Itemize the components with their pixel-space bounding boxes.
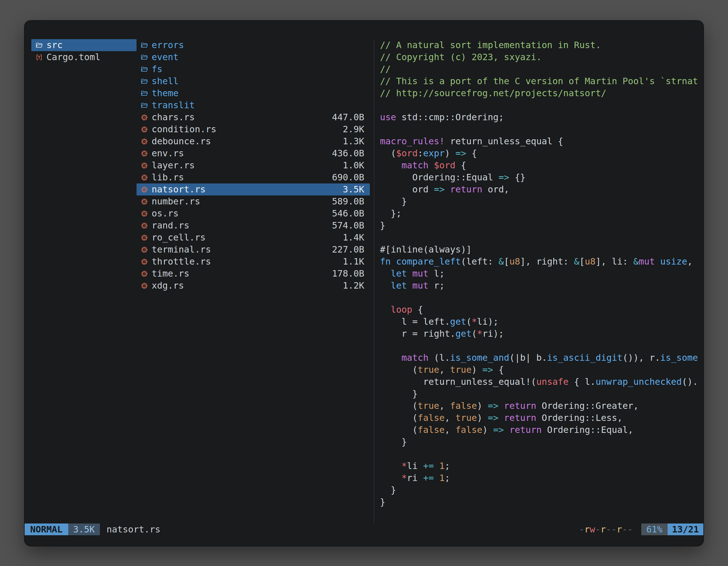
item-label: fs [152, 63, 163, 75]
item-size: 1.0K [343, 159, 364, 172]
file-item-Cargo.toml[interactable]: Cargo.toml [31, 51, 137, 63]
status-spacer [160, 523, 579, 535]
scroll-percentage-badge: 61% [641, 523, 668, 535]
rust-icon [140, 246, 148, 254]
code-line: // Copyright (c) 2023, sxyazi. [380, 51, 699, 63]
file-item-layer.rs[interactable]: layer.rs1.0K [137, 159, 370, 172]
file-item-terminal.rs[interactable]: terminal.rs227.0B [137, 244, 370, 256]
item-size: 1.3K [343, 135, 364, 147]
item-size: 690.0B [332, 172, 364, 184]
item-label: errors [152, 39, 184, 51]
item-size: 589.0B [332, 196, 364, 208]
file-item-os.rs[interactable]: os.rs546.0B [137, 208, 370, 220]
item-label: translit [152, 99, 195, 111]
item-label: condition.rs [152, 123, 216, 135]
rust-icon [140, 174, 148, 181]
item-label: lib.rs [152, 172, 184, 184]
cursor-position-badge: 13/21 [668, 523, 703, 535]
dir-item-translit[interactable]: translit [137, 99, 370, 111]
item-size: 1.4K [343, 232, 364, 244]
preview-pane: // A natural sort implementation in Rust… [374, 39, 699, 523]
toml-icon [35, 53, 43, 61]
code-line [380, 232, 699, 244]
rust-icon [140, 222, 148, 229]
item-label: shell [152, 75, 179, 87]
code-line [380, 340, 699, 352]
code-line: *li += 1; [380, 460, 699, 472]
rust-icon [140, 186, 148, 193]
item-label: throttle.rs [152, 256, 211, 268]
item-label: time.rs [152, 268, 189, 280]
file-item-xdg.rs[interactable]: xdg.rs1.2K [137, 280, 370, 292]
item-size: 546.0B [332, 208, 364, 220]
item-label: theme [152, 87, 179, 99]
folder-icon [140, 53, 148, 61]
rust-icon [140, 258, 148, 266]
rust-icon [140, 150, 148, 157]
item-label: xdg.rs [152, 280, 184, 292]
code-line: use std::cmp::Ordering; [380, 111, 699, 123]
item-label: chars.rs [152, 111, 195, 123]
code-line: (false, false) => return Ordering::Equal… [380, 424, 699, 436]
code-line: (false, true) => return Ordering::Less, [380, 412, 699, 424]
file-item-debounce.rs[interactable]: debounce.rs1.3K [137, 135, 370, 147]
code-line: l = left.get(*li); [380, 316, 699, 328]
rust-icon [140, 162, 148, 169]
code-line: // http://sourcefrog.net/projects/natsor… [380, 87, 699, 99]
terminal-window: srcCargo.toml errorseventfsshellthemetra… [25, 21, 703, 546]
code-line: } [380, 496, 699, 508]
item-size: 2.9K [343, 123, 364, 135]
folder-open-icon [35, 41, 43, 49]
dir-item-shell[interactable]: shell [137, 75, 370, 87]
file-item-rand.rs[interactable]: rand.rs574.0B [137, 220, 370, 232]
code-line: match (l.is_some_and(|b| b.is_ascii_digi… [380, 352, 699, 364]
status-bar: NORMAL 3.5K natsort.rs -rw-r--r-- 61% 13… [25, 523, 703, 535]
rust-icon [140, 114, 148, 121]
code-line: (true, true) => { [380, 364, 699, 376]
code-line: // A natural sort implementation in Rust… [380, 39, 699, 51]
rust-icon [140, 126, 148, 133]
dir-item-errors[interactable]: errors [137, 39, 370, 51]
item-label: debounce.rs [152, 135, 211, 147]
mode-indicator: NORMAL [25, 523, 68, 535]
item-label: number.rs [152, 196, 200, 208]
parent-pane: srcCargo.toml [31, 39, 137, 523]
code-line: let mut r; [380, 280, 699, 292]
dir-item-fs[interactable]: fs [137, 63, 370, 75]
item-label: layer.rs [152, 159, 195, 172]
file-item-time.rs[interactable]: time.rs178.0B [137, 268, 370, 280]
code-line: } [380, 220, 699, 232]
item-label: event [152, 51, 179, 63]
code-line: *ri += 1; [380, 472, 699, 484]
code-line: fn compare_left(left: &[u8], right: &[u8… [380, 256, 699, 268]
item-label: ro_cell.rs [152, 232, 206, 244]
code-line [380, 99, 699, 111]
item-label: src [46, 39, 63, 51]
code-line: (true, false) => return Ordering::Greate… [380, 400, 699, 412]
file-item-throttle.rs[interactable]: throttle.rs1.1K [137, 256, 370, 268]
dir-item-theme[interactable]: theme [137, 87, 370, 99]
code-line: macro_rules! return_unless_equal { [380, 135, 699, 147]
code-line: // This is a port of the C version of Ma… [380, 75, 699, 87]
item-label: rand.rs [152, 220, 189, 232]
file-item-condition.rs[interactable]: condition.rs2.9K [137, 123, 370, 135]
file-item-ro_cell.rs[interactable]: ro_cell.rs1.4K [137, 232, 370, 244]
file-item-env.rs[interactable]: env.rs436.0B [137, 147, 370, 159]
file-item-lib.rs[interactable]: lib.rs690.0B [137, 172, 370, 184]
code-line [380, 123, 699, 135]
file-item-chars.rs[interactable]: chars.rs447.0B [137, 111, 370, 123]
item-label: natsort.rs [152, 184, 206, 196]
item-size: 227.0B [332, 244, 364, 256]
file-size-badge: 3.5K [68, 523, 100, 535]
file-item-number.rs[interactable]: number.rs589.0B [137, 196, 370, 208]
folder-icon [140, 90, 148, 97]
item-size: 1.1K [343, 256, 364, 268]
status-filename: natsort.rs [107, 523, 161, 535]
dir-item-src[interactable]: src [31, 39, 137, 51]
code-line: } [380, 484, 699, 496]
rust-icon [140, 282, 148, 289]
code-line: // [380, 63, 699, 75]
dir-item-event[interactable]: event [137, 51, 370, 63]
file-manager-panes: srcCargo.toml errorseventfsshellthemetra… [25, 21, 703, 523]
file-item-natsort.rs[interactable]: natsort.rs3.5K [137, 184, 370, 196]
